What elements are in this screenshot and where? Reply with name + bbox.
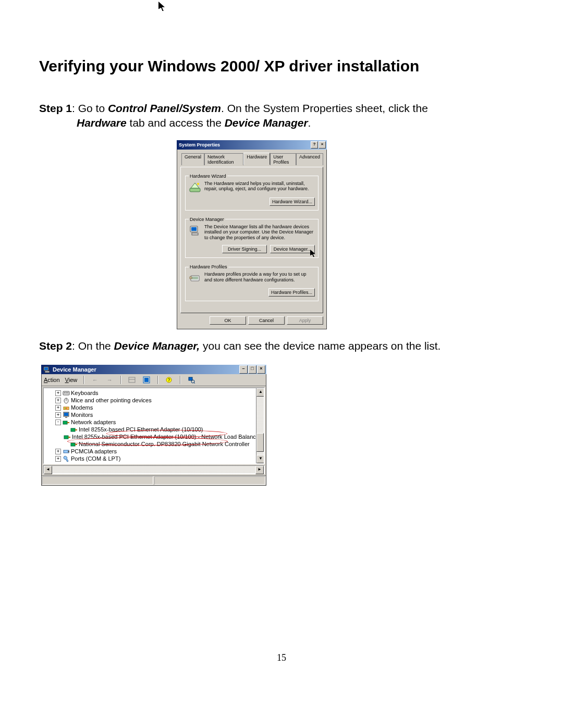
sound-icon xyxy=(63,462,70,464)
page-number: 15 xyxy=(39,652,524,663)
svg-rect-3 xyxy=(191,227,197,231)
tree-node-label: National Semiconductor Corp. DP83820 Gig… xyxy=(79,440,250,448)
scroll-thumb[interactable] xyxy=(256,433,264,452)
tree-node-label: Keyboards xyxy=(71,389,99,397)
tree-node[interactable]: -Network adapters xyxy=(48,418,264,426)
expander-icon[interactable]: + xyxy=(55,456,61,462)
scroll-up-button[interactable]: ▲ xyxy=(256,388,265,397)
close-button[interactable]: × xyxy=(257,365,265,374)
ok-button[interactable]: OK xyxy=(210,316,246,325)
step-2: Step 2: On the Device Manager, you can s… xyxy=(39,339,524,353)
forward-icon[interactable]: → xyxy=(105,375,114,385)
tree-node-label: Intel 8255x-based PCI Ethernet Adapter (… xyxy=(79,426,203,433)
svg-rect-35 xyxy=(71,443,75,446)
horizontal-scrollbar[interactable]: ◄ ► xyxy=(43,465,265,474)
svg-rect-23 xyxy=(67,392,68,393)
tree-node[interactable]: +PCMCIA adapters xyxy=(48,448,264,455)
device-manager-icon xyxy=(189,224,201,237)
svg-rect-6 xyxy=(192,277,198,278)
tree-node[interactable]: +Sound, video and game controllers xyxy=(48,462,264,464)
toolbar-icon-1[interactable] xyxy=(127,375,137,385)
expander-icon[interactable]: + xyxy=(55,412,61,418)
step-1-text-a: : Go to xyxy=(72,102,108,114)
step-2-label: Step 2 xyxy=(39,340,72,352)
tree-node-label: Ports (COM & LPT) xyxy=(71,455,120,462)
computer-icon xyxy=(43,366,51,373)
cursor-icon xyxy=(158,2,165,11)
menu-action[interactable]: Action xyxy=(44,377,60,383)
sp-tabs: General Network Identification Hardware … xyxy=(181,153,323,165)
tree-node[interactable]: +Keyboards xyxy=(48,389,264,397)
apply-button[interactable]: Apply xyxy=(287,316,323,325)
scroll-right-button[interactable]: ► xyxy=(255,466,264,474)
tree-node[interactable]: +Mice and other pointing devices xyxy=(48,397,264,404)
vertical-scrollbar[interactable]: ▲ ▼ xyxy=(256,388,264,463)
step-1-text-d: . xyxy=(308,117,311,129)
svg-rect-10 xyxy=(45,371,50,373)
tab-general[interactable]: General xyxy=(181,153,204,165)
svg-point-1 xyxy=(197,183,199,185)
help-button[interactable]: ? xyxy=(311,141,318,149)
tree-node[interactable]: +Monitors xyxy=(48,411,264,418)
close-button[interactable]: × xyxy=(319,141,326,149)
maximize-button[interactable]: □ xyxy=(248,365,256,374)
sp-titlebar[interactable]: System Properties ? × xyxy=(177,140,327,150)
dev-mgr-text: The Device Manager lists all the hardwar… xyxy=(204,224,315,241)
svg-line-19 xyxy=(194,382,195,384)
expander-icon[interactable]: + xyxy=(55,463,61,465)
tree-node[interactable]: Intel 8255x-based PCI Ethernet Adapter (… xyxy=(48,426,264,433)
tree-node[interactable]: National Semiconductor Corp. DP83820 Gig… xyxy=(48,440,264,448)
ports-icon xyxy=(63,455,70,462)
scroll-down-button[interactable]: ▼ xyxy=(256,455,265,463)
svg-rect-11 xyxy=(129,377,135,382)
toolbar-icon-2[interactable] xyxy=(142,375,151,385)
mouse-icon xyxy=(63,397,70,404)
tab-user-profiles[interactable]: User Profiles xyxy=(270,153,296,165)
tab-network-identification[interactable]: Network Identification xyxy=(204,153,243,165)
scroll-left-button[interactable]: ◄ xyxy=(44,466,52,474)
wizard-icon xyxy=(189,181,201,193)
tree-node[interactable]: +Ports (COM & LPT) xyxy=(48,455,264,462)
expander-icon[interactable]: - xyxy=(55,419,61,425)
hardware-wizard-button[interactable]: Hardware Wizard... xyxy=(270,198,315,206)
hardware-wizard-group: Hardware Wizard The Hardware wizard help… xyxy=(185,174,319,211)
dm-titlebar[interactable]: Device Manager – □ × xyxy=(41,365,266,374)
svg-rect-22 xyxy=(66,392,67,393)
step-2-text-a: : On the xyxy=(72,340,114,352)
tree-node-label: Modems xyxy=(71,404,93,411)
device-manager-window: Device Manager – □ × Action View ← → ? xyxy=(41,365,266,486)
tree-node[interactable]: Intel 8255x-based PCI Ethernet Adapter (… xyxy=(48,433,264,440)
hardware-profiles-button[interactable]: Hardware Profiles... xyxy=(268,288,315,297)
menu-separator xyxy=(120,376,121,384)
toolbar-icon-4[interactable] xyxy=(187,375,196,385)
step-1-text-b: . On the System Properties sheet, click … xyxy=(221,102,428,114)
cancel-button[interactable]: Cancel xyxy=(248,316,285,325)
tree-node[interactable]: +Modems xyxy=(48,404,264,411)
svg-rect-7 xyxy=(192,278,198,279)
monitor-icon xyxy=(63,411,70,418)
expander-icon[interactable]: + xyxy=(55,405,61,411)
driver-signing-button[interactable]: Driver Signing... xyxy=(222,245,267,253)
step-2-bi-1: Device Manager, xyxy=(114,340,200,352)
device-manager-group: Device Manager The Device Manager lists … xyxy=(185,217,319,258)
expander-icon[interactable]: + xyxy=(55,398,61,403)
expander-icon[interactable]: + xyxy=(55,449,61,454)
hw-wizard-legend: Hardware Wizard xyxy=(189,174,227,179)
dm-title: Device Manager xyxy=(53,366,239,373)
toolbar-icon-3[interactable]: ? xyxy=(164,375,174,385)
back-icon[interactable]: ← xyxy=(90,375,100,385)
dm-tree[interactable]: +Keyboards+Mice and other pointing devic… xyxy=(43,387,265,464)
device-manager-button[interactable]: Device Manager... xyxy=(270,245,315,253)
tree-node-label: Monitors xyxy=(71,411,93,418)
menu-view[interactable]: View xyxy=(65,377,78,383)
netadpt-icon xyxy=(70,426,78,433)
tab-hardware[interactable]: Hardware xyxy=(243,153,270,165)
svg-point-27 xyxy=(65,408,66,409)
hw-wizard-text: The Hardware wizard helps you install, u… xyxy=(204,181,315,192)
expander-icon[interactable]: + xyxy=(55,390,61,396)
hw-profiles-legend: Hardware Profiles xyxy=(189,264,228,269)
minimize-button[interactable]: – xyxy=(239,365,248,374)
tab-advanced[interactable]: Advanced xyxy=(296,153,323,165)
netcat-icon xyxy=(63,418,70,426)
dev-mgr-legend: Device Manager xyxy=(189,217,225,222)
